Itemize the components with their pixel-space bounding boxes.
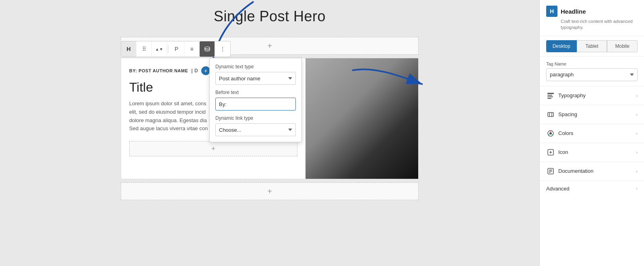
author-label: BY: POST AUTHOR NAME [129, 68, 188, 73]
spacing-icon [546, 110, 555, 119]
typography-icon [546, 91, 555, 100]
svg-rect-7 [548, 113, 553, 117]
documentation-chevron: › [636, 169, 638, 174]
section-icon-row[interactable]: Icon › [540, 143, 644, 162]
icon-label: Icon [558, 149, 568, 155]
spacing-label: Spacing [558, 111, 577, 117]
section-documentation-row[interactable]: Documentation › [540, 162, 644, 180]
svg-point-0 [205, 47, 210, 49]
colors-label: Colors [558, 130, 574, 136]
link-type-label: Dynamic link type [215, 115, 296, 121]
section-colors: Colors › [540, 124, 644, 143]
section-colors-row[interactable]: Colors › [540, 124, 644, 143]
plus-icon-bottom: + [267, 187, 272, 196]
toolbar-align-button[interactable]: ≡ [184, 41, 200, 57]
icon-section-icon [546, 148, 555, 157]
typography-chevron: › [636, 93, 638, 98]
tag-name-select[interactable]: paragraph h1 h2 h3 div span [546, 68, 638, 81]
dynamic-type-select[interactable]: Post author name Post title Post date Po… [215, 72, 296, 85]
svg-rect-4 [547, 95, 552, 96]
section-spacing-row[interactable]: Spacing › [540, 105, 644, 124]
dynamic-link-select[interactable]: Choose... Post URL Category URL [215, 123, 296, 136]
svg-point-11 [549, 132, 552, 135]
panel-header: H Headline Craft text-rich content with … [540, 0, 644, 36]
canvas-area: Single Post Hero + H ⠿ ▲▼ P ≡ ⋮ [0, 0, 539, 266]
svg-point-13 [552, 134, 553, 135]
tag-name-row: Tag Name paragraph h1 h2 h3 div span [540, 57, 644, 86]
documentation-label: Documentation [558, 168, 593, 174]
toolbar-separator [168, 45, 168, 53]
section-icon: Icon › [540, 143, 644, 162]
icon-chevron: › [636, 150, 638, 155]
typography-label: Typography [558, 92, 586, 98]
panel-subtitle: Craft text-rich content with advanced ty… [561, 18, 638, 31]
dynamic-text-popup: Dynamic text type Post author name Post … [209, 58, 302, 142]
toolbar-h-button[interactable]: H [121, 41, 136, 57]
tab-tablet[interactable]: Tablet [577, 40, 607, 52]
spacing-chevron: › [636, 112, 638, 117]
tag-name-label: Tag Name [546, 61, 638, 66]
before-text-input[interactable] [215, 98, 296, 110]
hero-text-add-button[interactable]: + [129, 141, 297, 156]
author-add-button[interactable]: + [201, 66, 210, 75]
advanced-label: Advanced [546, 186, 570, 192]
advanced-chevron: › [636, 186, 638, 191]
device-tabs: Desktop Tablet Mobile [540, 36, 644, 57]
right-panel: H Headline Craft text-rich content with … [539, 0, 644, 266]
svg-rect-3 [547, 93, 554, 94]
toolbar-drag-button[interactable]: ⠿ [136, 41, 152, 57]
section-spacing: Spacing › [540, 105, 644, 124]
section-typography-row[interactable]: Typography › [540, 86, 644, 105]
documentation-icon [546, 167, 555, 176]
hero-image-placeholder [305, 58, 418, 179]
advanced-row[interactable]: Advanced › [540, 181, 644, 196]
toolbar-updown-button[interactable]: ▲▼ [152, 41, 167, 57]
hero-image-side [305, 58, 418, 179]
before-text-label: Before text [215, 90, 296, 95]
svg-rect-6 [547, 98, 551, 99]
colors-icon [546, 129, 555, 138]
author-sep: | D [191, 68, 198, 74]
plus-icon-hero: + [211, 145, 216, 153]
toolbar-db-button[interactable] [200, 41, 215, 57]
panel-h-icon: H [546, 6, 557, 17]
section-documentation: Documentation › [540, 162, 644, 181]
svg-point-14 [548, 134, 549, 135]
tab-desktop[interactable]: Desktop [546, 40, 577, 52]
toolbar-p-button[interactable]: P [169, 41, 184, 57]
dynamic-type-label: Dynamic text type [215, 64, 296, 70]
plus-icon-top: + [267, 41, 272, 51]
svg-rect-5 [547, 96, 553, 97]
svg-point-12 [550, 130, 551, 131]
add-block-bottom[interactable]: + [121, 182, 419, 200]
colors-chevron: › [636, 131, 638, 136]
section-typography: Typography › [540, 86, 644, 105]
toolbar-more-button[interactable]: ⋮ [215, 41, 230, 57]
block-toolbar: H ⠿ ▲▼ P ≡ ⋮ [121, 41, 231, 57]
panel-title: Headline [561, 8, 586, 15]
tab-mobile[interactable]: Mobile [607, 40, 638, 52]
page-title: Single Post Hero [214, 8, 326, 25]
